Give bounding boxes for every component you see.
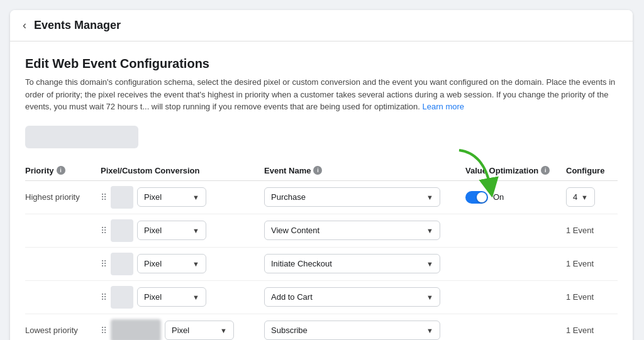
event-count-2: 1 Event <box>566 259 616 268</box>
event-cell-1: View Content ▼ <box>264 221 465 240</box>
col-pixel: Pixel/Custom Conversion <box>101 166 264 175</box>
pixel-thumb-1 <box>111 219 133 242</box>
event-cell-0: Purchase ▼ <box>264 187 465 207</box>
event-select-1[interactable]: View Content ▼ <box>264 221 440 240</box>
pixel-chevron-4: ▼ <box>220 327 227 334</box>
table-row: Lowest priority ⠿ Pixel ▼ Subscribe ▼ <box>25 314 618 341</box>
event-name-info-icon[interactable]: i <box>313 166 322 175</box>
pixel-cell-2: ⠿ Pixel ▼ <box>101 253 264 275</box>
drag-handle-1[interactable]: ⠿ <box>101 226 107 236</box>
toggle-cell-0: On <box>465 191 566 204</box>
pixel-cell-0: ⠿ Pixel ▼ <box>101 186 264 209</box>
event-count-1: 1 Event <box>566 226 616 235</box>
drag-handle-2[interactable]: ⠿ <box>101 259 107 269</box>
col-event-name: Event Name i <box>264 166 465 175</box>
event-cell-4: Subscribe ▼ <box>264 321 465 340</box>
table-row: ⠿ Pixel ▼ Initiate Checkout ▼ 1 Event <box>25 248 618 281</box>
pixel-thumb-blurred-4 <box>111 319 161 341</box>
drag-handle-4[interactable]: ⠿ <box>101 326 107 336</box>
pixel-cell-4: ⠿ Pixel ▼ <box>101 319 264 341</box>
table-container: Priority i Pixel/Custom Conversion Event… <box>25 161 618 341</box>
pixel-cell-1: ⠿ Pixel ▼ <box>101 219 264 242</box>
event-count-3: 1 Event <box>566 292 616 302</box>
pixel-cell-3: ⠿ Pixel ▼ <box>101 286 264 309</box>
value-opt-info-icon[interactable]: i <box>541 166 550 175</box>
config-chevron-0: ▼ <box>581 194 588 201</box>
content-area: Edit Web Event Configurations To change … <box>10 41 633 340</box>
pixel-chevron-2: ▼ <box>192 260 199 268</box>
event-chevron-1: ▼ <box>426 227 433 234</box>
pixel-select-4[interactable]: Pixel ▼ <box>165 321 234 340</box>
event-chevron-0: ▼ <box>426 194 433 201</box>
table-row: ⠿ Pixel ▼ View Content ▼ 1 Event <box>25 214 618 248</box>
pixel-thumb-2 <box>111 253 133 275</box>
back-button[interactable]: ‹ <box>23 19 26 32</box>
pixel-chevron-3: ▼ <box>192 293 199 301</box>
green-arrow <box>453 147 503 197</box>
event-chevron-2: ▼ <box>426 260 433 268</box>
header-bar: ‹ Events Manager <box>10 10 633 41</box>
event-select-4[interactable]: Subscribe ▼ <box>264 321 440 340</box>
learn-more-link[interactable]: Learn more <box>423 102 464 111</box>
pixel-select-2[interactable]: Pixel ▼ <box>137 254 206 273</box>
description-text: To change this domain's configuration sc… <box>25 76 618 113</box>
page-wrapper: ‹ Events Manager Edit Web Event Configur… <box>10 10 633 340</box>
pixel-select-3[interactable]: Pixel ▼ <box>137 287 206 307</box>
table-row: ⠿ Pixel ▼ Add to Cart ▼ 1 Event <box>25 281 618 314</box>
event-count-4: 1 Event <box>566 326 616 335</box>
priority-label-4: Lowest priority <box>25 326 101 335</box>
event-cell-3: Add to Cart ▼ <box>264 287 465 307</box>
event-chevron-3: ▼ <box>426 293 433 301</box>
pixel-thumb-0 <box>111 186 133 209</box>
col-configured: Configure <box>566 166 616 175</box>
event-select-2[interactable]: Initiate Checkout ▼ <box>264 254 440 273</box>
drag-handle-0[interactable]: ⠿ <box>101 192 107 202</box>
pixel-select-1[interactable]: Pixel ▼ <box>137 221 206 240</box>
event-select-0[interactable]: Purchase ▼ <box>264 187 440 207</box>
configured-cell-0: 4 ▼ <box>566 187 616 207</box>
priority-info-icon[interactable]: i <box>57 166 65 175</box>
pixel-thumb-3 <box>111 286 133 309</box>
pixel-selector-placeholder <box>25 126 138 148</box>
priority-label-0: Highest priority <box>25 192 101 202</box>
event-select-3[interactable]: Add to Cart ▼ <box>264 287 440 307</box>
drag-handle-3[interactable]: ⠿ <box>101 292 107 302</box>
event-chevron-4: ▼ <box>426 327 433 334</box>
page-title: Events Manager <box>34 19 121 32</box>
event-cell-2: Initiate Checkout ▼ <box>264 254 465 273</box>
pixel-select-0[interactable]: Pixel ▼ <box>137 187 206 207</box>
section-title: Edit Web Event Configurations <box>25 57 618 71</box>
table-row: Highest priority ⠿ Pixel ▼ Purchase ▼ <box>25 181 618 214</box>
config-select-0[interactable]: 4 ▼ <box>566 187 595 207</box>
pixel-chevron-1: ▼ <box>192 227 199 234</box>
pixel-chevron-0: ▼ <box>192 194 199 201</box>
col-priority: Priority i <box>25 166 101 175</box>
table-header: Priority i Pixel/Custom Conversion Event… <box>25 161 618 181</box>
